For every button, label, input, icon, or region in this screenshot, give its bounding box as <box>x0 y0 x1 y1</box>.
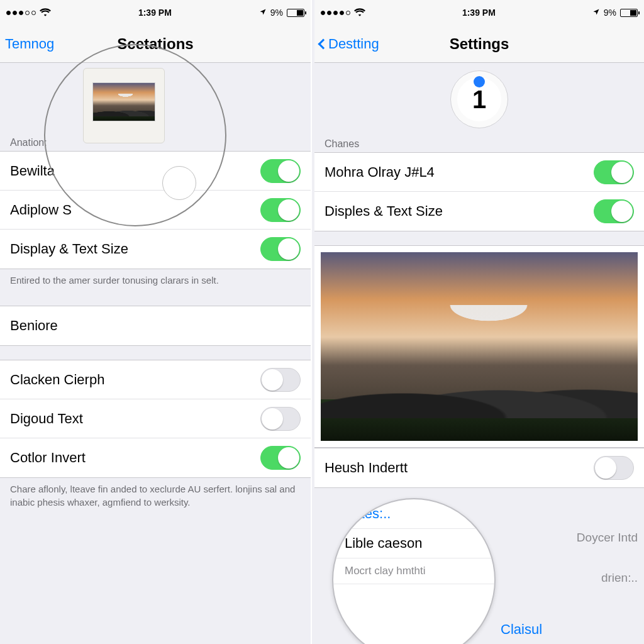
signal-dots-icon <box>321 11 350 15</box>
nav-back-label: Destting <box>328 36 379 52</box>
nav-back-label: Temnog <box>5 36 54 52</box>
battery-icon <box>287 9 304 17</box>
battery-percent: 9% <box>604 8 616 18</box>
section-header: Chanes <box>314 133 644 152</box>
section-header: Anation: <box>0 132 311 151</box>
nav-bar: Temnog Scetations <box>0 25 311 63</box>
row-label: Bewilta <box>10 163 55 179</box>
back-button[interactable]: Destting <box>319 36 379 52</box>
wifi-icon <box>354 8 365 18</box>
row-adiplow[interactable]: Adiplow S <box>0 191 311 230</box>
settings-group-1: Bewilta Adiplow S Display & Text Size <box>0 151 311 269</box>
bottom-link[interactable]: Claisul <box>501 621 542 638</box>
status-time: 1:39 PM <box>138 8 172 18</box>
row-label: Display & Text Size <box>10 241 128 257</box>
mountain-scene-icon <box>321 252 638 441</box>
row-clacken[interactable]: Clacken Cierph <box>0 360 311 399</box>
row-label: Heush Indertt <box>325 460 408 476</box>
row-color-invert[interactable]: Cotlor Invert <box>0 438 311 477</box>
toggle[interactable] <box>260 198 301 222</box>
row-heush[interactable]: Heush Indertt <box>314 448 644 487</box>
signal-dots-icon <box>6 11 36 15</box>
row-label: Beniore <box>10 318 58 334</box>
location-icon <box>592 8 600 18</box>
check-icon <box>474 76 485 87</box>
row-label: Digoud Text <box>10 411 83 427</box>
location-icon <box>259 8 267 18</box>
row-label: Adiplow S <box>10 202 72 218</box>
step-badge: 1 <box>450 70 508 128</box>
row-beniore[interactable]: Beniore <box>0 306 311 345</box>
settings-group-2: Beniore <box>0 306 311 346</box>
toggle[interactable] <box>260 407 301 431</box>
settings-group: Mohra Olray J#L4 Disples & Text Size <box>314 152 644 231</box>
group-footer: Chare aflonly, lteave fin anded to xeclu… <box>0 478 311 514</box>
wallpaper-preview[interactable] <box>314 245 644 448</box>
row-label: Clacken Cierph <box>10 372 104 388</box>
side-label: Doycer Intd <box>577 531 638 545</box>
chevron-left-icon <box>318 38 329 49</box>
row-disples[interactable]: Disples & Text Size <box>314 192 644 231</box>
row-label: Disples & Text Size <box>325 203 443 219</box>
row-digoud[interactable]: Digoud Text <box>0 399 311 438</box>
toggle[interactable] <box>594 456 634 480</box>
row-bewilta[interactable]: Bewilta <box>0 152 311 191</box>
page-title: Settings <box>450 35 509 53</box>
status-time: 1:39 PM <box>462 8 496 18</box>
nav-bar: Destting Settings <box>314 25 644 63</box>
popup-title: Lible caeson <box>333 529 494 558</box>
step-number: 1 <box>472 86 486 114</box>
toggle[interactable] <box>260 368 301 392</box>
popup-sub: Mocrt clay hmthti <box>333 558 494 584</box>
toggle[interactable] <box>594 199 634 223</box>
toggle[interactable] <box>260 237 301 261</box>
toggle[interactable] <box>594 160 634 184</box>
wifi-icon <box>40 8 51 18</box>
battery-percent: 9% <box>270 8 283 18</box>
settings-group-below: Heush Indertt <box>314 448 644 488</box>
side-label: drien:.. <box>601 571 638 585</box>
back-button[interactable]: Temnog <box>5 36 54 52</box>
group-footer: Entired to the amer surder tonusing clar… <box>0 269 311 292</box>
toggle[interactable] <box>260 446 301 470</box>
row-mohra[interactable]: Mohra Olray J#L4 <box>314 153 644 192</box>
phone-left: 1:39 PM 9% Temnog Scetations Anation: Be… <box>0 0 312 644</box>
settings-group-3: Clacken Cierph Digoud Text Cotlor Invert <box>0 360 311 478</box>
battery-icon <box>620 9 638 17</box>
status-bar: 1:39 PM 9% <box>314 0 644 25</box>
toggle[interactable] <box>260 159 301 183</box>
page-title: Scetations <box>117 35 193 53</box>
row-label: Mohra Olray J#L4 <box>325 164 435 180</box>
row-label: Cotlor Invert <box>10 450 86 466</box>
status-bar: 1:39 PM 9% <box>0 0 311 25</box>
row-display-text-size[interactable]: Display & Text Size <box>0 230 311 269</box>
